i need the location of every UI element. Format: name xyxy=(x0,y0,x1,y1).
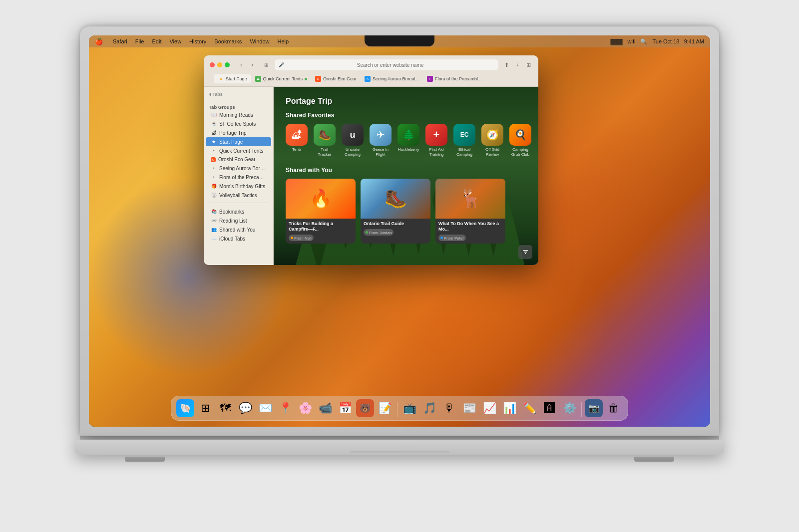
fav-first-aid[interactable]: + First Aid Training xyxy=(425,124,447,157)
jordan-dot xyxy=(366,231,368,234)
sidebar-icloud-tabs[interactable]: ☁️ iCloud Tabs xyxy=(206,234,271,243)
search-menubar-icon[interactable]: 🔍 xyxy=(640,38,647,45)
flora-sidebar-label: Flora of the Precam... xyxy=(219,175,266,180)
tab-aurora[interactable]: A Seeing Aurora Boreal... xyxy=(361,74,423,83)
back-button[interactable]: ‹ xyxy=(237,60,246,69)
moose-from-tag: From Peter xyxy=(438,235,466,241)
sidebar-flora[interactable]: • Flora of the Precam... xyxy=(206,173,271,182)
fav-huckleberry[interactable]: 🌲 Huckleberry xyxy=(398,124,419,157)
fav-tentr[interactable]: 🏕 Tentr xyxy=(286,124,308,157)
fav-ethical-camping[interactable]: EC Ethical Camping xyxy=(453,124,475,157)
dock-podcasts[interactable]: 🎙 xyxy=(440,399,458,417)
dock-launchpad[interactable]: ⊞ xyxy=(196,399,214,417)
menubar-edit[interactable]: Edit xyxy=(152,38,161,44)
shared-card-moose[interactable]: 🦌 What To Do When You See a Mo... From P… xyxy=(435,179,505,244)
tab-flora[interactable]: F Flora of the Precambl... xyxy=(423,74,486,83)
tab-quick-current-tents[interactable]: 🏕 Quick Current Tents xyxy=(251,74,311,83)
sf-coffee-icon: ☕ xyxy=(211,121,217,127)
sidebar-volleyball-tactics[interactable]: 🏐 Volleyball Tactics xyxy=(206,191,271,200)
tent-favicon: 🏕 xyxy=(255,76,261,82)
sidebar-shared-with-you[interactable]: 👥 Shared with You xyxy=(206,225,271,234)
sidebar-portage-trip[interactable]: 🏕 Portage Trip xyxy=(206,128,271,137)
icloud-tabs-icon: ☁️ xyxy=(211,236,217,242)
dock-finder[interactable]: 🐚 xyxy=(176,399,194,417)
fav-trail-tracker[interactable]: 🥾 Trail Tracker xyxy=(314,124,336,157)
sf-coffee-label: SF Coffee Spots xyxy=(219,121,256,127)
moose-card-title: What To Do When You See a Mo... xyxy=(438,221,502,232)
sidebar-quick-tents[interactable]: • Quick Current Tents xyxy=(206,146,271,155)
fav-off-grid[interactable]: 🧭 Off Grid Review xyxy=(481,124,503,157)
from-neil-text: From Neil xyxy=(294,236,312,241)
geese-icon: ✈ xyxy=(370,124,392,146)
sidebar-toggle-button[interactable]: ⊞ xyxy=(262,60,271,69)
sidebar-aurora[interactable]: • Seeing Aurora Bore... xyxy=(206,164,271,173)
dock-pencil[interactable]: ✏️ xyxy=(520,399,538,417)
sidebar-bookmarks[interactable]: 📚 Bookmarks xyxy=(206,207,271,216)
menubar-view[interactable]: View xyxy=(169,38,181,44)
notch xyxy=(365,35,434,46)
grub-club-label: Camping Grub Club xyxy=(509,147,531,157)
sidebar-oroshi[interactable]: O Oroshi Eco Gear xyxy=(206,155,271,164)
wifi-icon[interactable]: wifi xyxy=(628,38,636,44)
shared-with-you-heading: Shared with You xyxy=(286,167,526,174)
apple-menu-icon[interactable]: 🍎 xyxy=(95,38,103,45)
dock-calendar[interactable]: 📅 xyxy=(336,399,354,417)
dock-stocks[interactable]: 📈 xyxy=(480,399,498,417)
sidebar-start-page[interactable]: ★ Start Page xyxy=(206,137,271,146)
dock-maps[interactable]: 🗺 xyxy=(216,399,234,417)
dock-app-store[interactable]: 🅰 xyxy=(540,399,558,417)
ethical-camping-label: Ethical Camping xyxy=(453,147,475,157)
tab-start-page[interactable]: ★ Start Page xyxy=(214,74,251,83)
dock-bear[interactable]: 🐻 xyxy=(356,399,374,417)
dock-numbers[interactable]: 📊 xyxy=(500,399,518,417)
menubar-help[interactable]: Help xyxy=(278,38,289,44)
forward-button[interactable]: › xyxy=(248,60,257,69)
sidebar-morning-reads[interactable]: 📖 Morning Reads xyxy=(206,110,271,119)
customize-button[interactable] xyxy=(518,245,532,259)
minimize-window-button[interactable] xyxy=(217,62,222,67)
dock-find-my[interactable]: 📍 xyxy=(276,399,294,417)
dock-news[interactable]: 📰 xyxy=(460,399,478,417)
dock-music[interactable]: 🎵 xyxy=(420,399,438,417)
from-jordan-text: From Jordan xyxy=(369,231,392,235)
add-tab-button[interactable]: + xyxy=(513,61,521,69)
safari-nav-buttons: ‹ › xyxy=(237,60,257,69)
tab-oroshi-eco-gear[interactable]: O Oroshi Eco Gear xyxy=(311,74,361,83)
dock-notes[interactable]: 📝 xyxy=(376,399,394,417)
dock-messages[interactable]: 💬 xyxy=(236,399,254,417)
tentr-label: Tentr xyxy=(292,147,301,152)
sidebar-moms-birthday[interactable]: 🎁 Mom's Birthday Gifts xyxy=(206,182,271,191)
shared-card-campfire[interactable]: 🔥 Tricks For Building a Campfire—F... Fr… xyxy=(286,179,356,244)
dock-photos[interactable]: 🌸 xyxy=(296,399,314,417)
screen-bezel: 🍎 Safari File Edit View History Bookmark… xyxy=(89,35,710,427)
menubar-bookmarks[interactable]: Bookmarks xyxy=(214,38,242,44)
dock-facetime[interactable]: 📹 xyxy=(316,399,334,417)
fav-geese[interactable]: ✈ Geese in Flight xyxy=(370,124,392,157)
sidebar-sf-coffee[interactable]: ☕ SF Coffee Spots xyxy=(206,119,271,128)
fav-grub-club[interactable]: 🍳 Camping Grub Club xyxy=(509,124,531,157)
fav-uncrate[interactable]: u Uncrate Camping xyxy=(342,124,364,157)
close-window-button[interactable] xyxy=(210,62,215,67)
macbook-hinge xyxy=(80,436,719,440)
dock-system-prefs[interactable]: ⚙️ xyxy=(560,399,578,417)
share-button[interactable]: ⬆ xyxy=(502,61,510,69)
address-bar[interactable]: 🎤 Search or enter website name xyxy=(275,59,498,70)
menubar-file[interactable]: File xyxy=(135,38,144,44)
menubar-safari[interactable]: Safari xyxy=(113,38,127,44)
macbook-lid: 🍎 Safari File Edit View History Bookmark… xyxy=(80,26,719,436)
menubar-window[interactable]: Window xyxy=(250,38,269,44)
menubar-history[interactable]: History xyxy=(189,38,206,44)
dock-trash[interactable]: 🗑 xyxy=(605,399,623,417)
dock-tv[interactable]: 📺 xyxy=(400,399,418,417)
fullscreen-window-button[interactable] xyxy=(225,62,230,67)
first-aid-label: First Aid Training xyxy=(425,147,447,157)
neil-dot xyxy=(291,237,293,239)
tab-start-page-label: Start Page xyxy=(226,76,247,81)
dock-screenium[interactable]: 📷 xyxy=(585,399,603,417)
shared-card-trail[interactable]: 🥾 Ontario Trail Guide From Jordan xyxy=(361,179,430,244)
bookmarks-label: Bookmarks xyxy=(219,209,244,215)
sidebar-reading-list[interactable]: 👓 Reading List xyxy=(206,216,271,225)
tab-grid-button[interactable]: ⊞ xyxy=(524,61,532,69)
grub-club-icon: 🍳 xyxy=(509,124,531,146)
dock-mail[interactable]: ✉️ xyxy=(256,399,274,417)
